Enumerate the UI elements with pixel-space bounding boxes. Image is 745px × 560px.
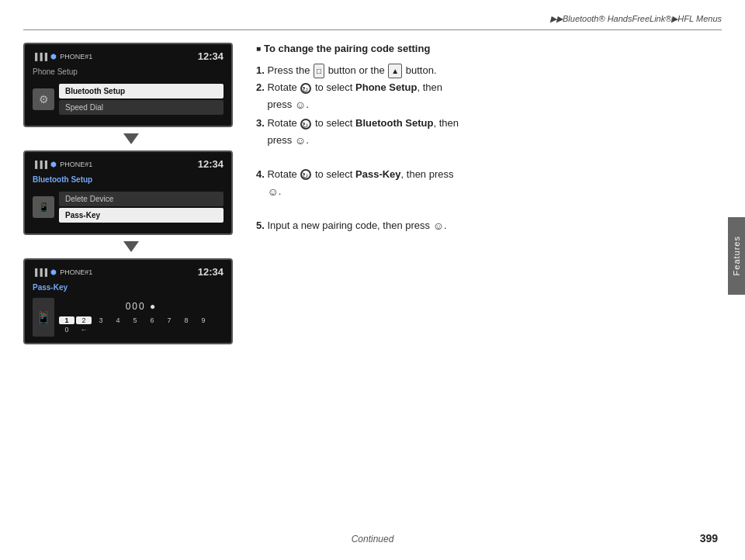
section-title: To change the pairing code setting xyxy=(256,43,718,54)
phone-setup-label: Phone Setup xyxy=(355,81,417,93)
press-icon-s3: ☺ xyxy=(295,134,306,147)
key-6: 6 xyxy=(144,316,160,324)
step5-num: 5. xyxy=(256,220,265,231)
menu-button-icon: □ xyxy=(314,64,324,78)
passkey-label: Pass-Key xyxy=(355,168,401,180)
screen1-menu-speeddial: Speed Dial xyxy=(59,100,224,115)
key-7: 7 xyxy=(161,316,177,324)
phone-label-s2: PHONE#1 xyxy=(60,161,92,168)
arrow-2 xyxy=(23,235,239,258)
header-divider xyxy=(23,29,722,30)
screen3-title: Pass-Key xyxy=(29,282,227,293)
screen-mockups-panel: ▐▐▐ ⬢ PHONE#1 12:34 Phone Setup ⚙ Blueto… xyxy=(23,43,239,344)
step1-num: 1. xyxy=(256,64,265,76)
screen1-menu-bluetooth: Bluetooth Setup xyxy=(59,84,224,99)
screen-mockup-2: ▐▐▐ ⬢ PHONE#1 12:34 Bluetooth Setup 📱 De… xyxy=(23,150,233,235)
screen2-status: ▐▐▐ ⬢ PHONE#1 xyxy=(33,161,92,168)
steps-1-3: 1. Press the □ button or the ▲ button. 2… xyxy=(256,62,718,150)
signal-icon: ▐▐▐ xyxy=(33,53,47,60)
screen2-time: 12:34 xyxy=(198,158,224,170)
screen1-title: Phone Setup xyxy=(29,66,227,78)
page-number: 399 xyxy=(700,532,718,544)
step-1: 1. Press the □ button or the ▲ button. xyxy=(256,62,718,79)
back-button-icon: ▲ xyxy=(388,64,402,78)
key-1: 1 xyxy=(59,316,74,324)
key-2: 2 xyxy=(76,316,92,324)
bluetooth-icon-s1: ⬢ xyxy=(50,53,57,60)
signal-icon-s2: ▐▐▐ xyxy=(33,161,47,168)
step-2: 2. Rotate to select Phone Setup, then pr… xyxy=(256,79,718,115)
bluetooth-icon-s3: ⬢ xyxy=(50,268,57,276)
rotate-icon-s2 xyxy=(300,83,311,94)
screen1-time: 12:34 xyxy=(198,50,224,62)
screen3-display: 000 ● xyxy=(59,298,224,315)
screen3-status: ▐▐▐ ⬢ PHONE#1 xyxy=(33,268,92,276)
screen1-status: ▐▐▐ ⬢ PHONE#1 xyxy=(33,53,92,60)
bluetooth-icon-s2: ⬢ xyxy=(50,161,57,168)
continued-label: Continued xyxy=(352,534,394,544)
screen2-header: ▐▐▐ ⬢ PHONE#1 12:34 xyxy=(29,157,227,171)
step-5: 5. Input a new pairing code, then press … xyxy=(256,217,718,236)
key-9: 9 xyxy=(196,316,211,324)
step-4-block: 4. Rotate to select Pass-Key, then press… xyxy=(256,166,718,202)
instructions-panel: To change the pairing code setting 1. Pr… xyxy=(256,43,718,236)
screen1-header: ▐▐▐ ⬢ PHONE#1 12:34 xyxy=(29,49,227,64)
rotate-icon-s3 xyxy=(300,119,311,130)
screen-mockup-1: ▐▐▐ ⬢ PHONE#1 12:34 Phone Setup ⚙ Blueto… xyxy=(23,43,233,127)
key-8: 8 xyxy=(178,316,194,324)
key-5: 5 xyxy=(127,316,143,324)
breadcrumb: ▶▶Bluetooth® HandsFreeLink®▶HFL Menus xyxy=(550,14,722,24)
screen-mockup-3: ▐▐▐ ⬢ PHONE#1 12:34 Pass-Key 📱 000 ● 1 2… xyxy=(23,258,233,344)
features-tab: Features xyxy=(728,217,745,295)
press-icon-s5: ☺ xyxy=(433,220,444,232)
screen2-menu-delete: Delete Device xyxy=(59,192,224,206)
key-backspace: ← xyxy=(76,326,92,334)
section-title-text: To change the pairing code setting xyxy=(264,43,430,54)
signal-icon-s3: ▐▐▐ xyxy=(33,268,47,276)
step-3: 3. Rotate to select Bluetooth Setup, the… xyxy=(256,115,718,150)
screen2-title: Bluetooth Setup xyxy=(29,174,227,185)
step3-num: 3. xyxy=(256,117,265,129)
arrow-1 xyxy=(23,127,239,150)
phone-label-s3: PHONE#1 xyxy=(60,268,92,276)
phone-label-s1: PHONE#1 xyxy=(60,53,92,60)
screen3-keyboard: 1 2 3 4 5 6 7 8 9 0 ← xyxy=(59,315,224,335)
key-4: 4 xyxy=(110,316,126,324)
step4-num: 4. xyxy=(256,168,265,180)
screen2-menu-passkey: Pass-Key xyxy=(59,208,224,223)
key-0: 0 xyxy=(59,326,74,334)
key-3: 3 xyxy=(93,316,109,324)
rotate-icon-s4 xyxy=(300,169,311,180)
press-icon-s2: ☺ xyxy=(295,99,306,111)
screen3-header: ▐▐▐ ⬢ PHONE#1 12:34 xyxy=(29,264,227,279)
step-4: 4. Rotate to select Pass-Key, then press… xyxy=(256,166,718,202)
press-icon-s4: ☺ xyxy=(267,185,278,198)
bluetooth-setup-label: Bluetooth Setup xyxy=(355,117,433,129)
step-5-block: 5. Input a new pairing code, then press … xyxy=(256,217,718,236)
screen3-time: 12:34 xyxy=(198,266,224,278)
side-tab-label: Features xyxy=(732,236,741,275)
step2-num: 2. xyxy=(256,81,265,93)
